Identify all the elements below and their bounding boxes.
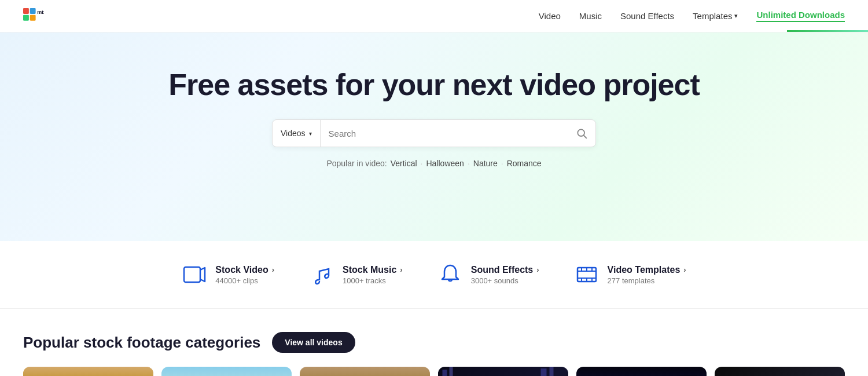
chevron-right-icon: › [272, 265, 274, 274]
music-icon [309, 262, 334, 287]
category-bg-nature [23, 367, 153, 376]
chevron-right-icon: › [400, 265, 402, 274]
navbar-links: Video Music Sound Effects Templates ▾ Un… [539, 10, 845, 22]
nav-music[interactable]: Music [579, 11, 602, 21]
category-bg-business [715, 367, 845, 376]
svg-rect-64 [576, 367, 707, 376]
svg-rect-26 [161, 367, 292, 376]
svg-line-6 [584, 136, 587, 138]
category-card-lifestyle[interactable]: Lifestyle [161, 367, 292, 376]
search-input[interactable] [321, 120, 568, 147]
category-card-food[interactable]: Food [438, 367, 568, 376]
category-bg-animals [300, 367, 430, 376]
top-bar-accent [787, 30, 868, 32]
svg-rect-0 [23, 8, 29, 14]
category-card-animals[interactable]: Animals [300, 367, 430, 376]
svg-rect-1 [30, 8, 36, 14]
video-icon [182, 262, 207, 287]
view-all-button[interactable]: View all videos [272, 332, 355, 353]
features-row: Stock Video › 44000+ clips Stock Music ›… [0, 241, 868, 309]
tag-halloween[interactable]: Halloween [426, 159, 464, 168]
tag-nature[interactable]: Nature [473, 159, 498, 168]
categories-header: Popular stock footage categories View al… [23, 332, 845, 353]
svg-text:mixkit: mixkit [37, 9, 44, 14]
feature-stock-video[interactable]: Stock Video › 44000+ clips [182, 262, 274, 287]
logo-icon: mixkit [23, 8, 44, 24]
nav-unlimited-downloads[interactable]: Unlimited Downloads [756, 10, 845, 22]
svg-rect-38 [300, 367, 430, 376]
category-bg-transport [576, 367, 707, 376]
feature-video-templates[interactable]: Video Templates › 277 templates [574, 262, 686, 287]
chevron-right-icon: › [536, 265, 539, 274]
feature-stock-music[interactable]: Stock Music › 1000+ tracks [309, 262, 403, 287]
svg-rect-61 [541, 368, 547, 376]
category-card-transport[interactable]: Transport [576, 367, 707, 376]
feature-sound-effects[interactable]: Sound Effects › 3000+ sounds [437, 262, 539, 287]
search-type-dropdown[interactable]: Videos ▾ [273, 120, 321, 147]
chevron-right-icon: › [683, 265, 686, 274]
categories-grid: Nature [23, 367, 845, 376]
category-bg-food [438, 367, 568, 376]
svg-rect-3 [30, 14, 36, 20]
bell-icon [437, 262, 463, 287]
svg-rect-58 [438, 367, 568, 376]
svg-rect-50 [438, 367, 568, 376]
svg-rect-60 [450, 367, 453, 376]
tag-vertical[interactable]: Vertical [391, 159, 417, 168]
nav-sound-effects[interactable]: Sound Effects [620, 11, 674, 21]
svg-rect-7 [184, 267, 200, 282]
popular-tags: Popular in video: Vertical · Halloween ·… [23, 159, 845, 168]
svg-rect-62 [550, 367, 554, 376]
category-card-nature[interactable]: Nature [23, 367, 153, 376]
svg-rect-86 [715, 367, 845, 376]
search-icon [576, 127, 587, 139]
categories-title: Popular stock footage categories [23, 334, 260, 352]
navbar: mixkit Video Music Sound Effects Templat… [0, 0, 868, 32]
svg-rect-2 [23, 14, 29, 20]
dropdown-chevron-icon: ▾ [309, 130, 312, 137]
categories-section: Popular stock footage categories View al… [0, 309, 868, 376]
logo[interactable]: mixkit [23, 8, 44, 24]
nav-video[interactable]: Video [539, 11, 561, 21]
tag-romance[interactable]: Romance [507, 159, 542, 168]
svg-rect-59 [443, 370, 447, 376]
hero-headline: Free assets for your next video project [23, 67, 845, 102]
svg-rect-17 [23, 367, 153, 376]
category-bg-lifestyle [161, 367, 292, 376]
search-bar: Videos ▾ [272, 119, 596, 147]
search-button[interactable] [568, 120, 595, 147]
chevron-down-icon: ▾ [734, 12, 738, 20]
hero-section: Free assets for your next video project … [0, 32, 868, 241]
film-icon [574, 262, 599, 287]
nav-templates[interactable]: Templates ▾ [693, 11, 738, 21]
category-card-business[interactable]: Business [715, 367, 845, 376]
